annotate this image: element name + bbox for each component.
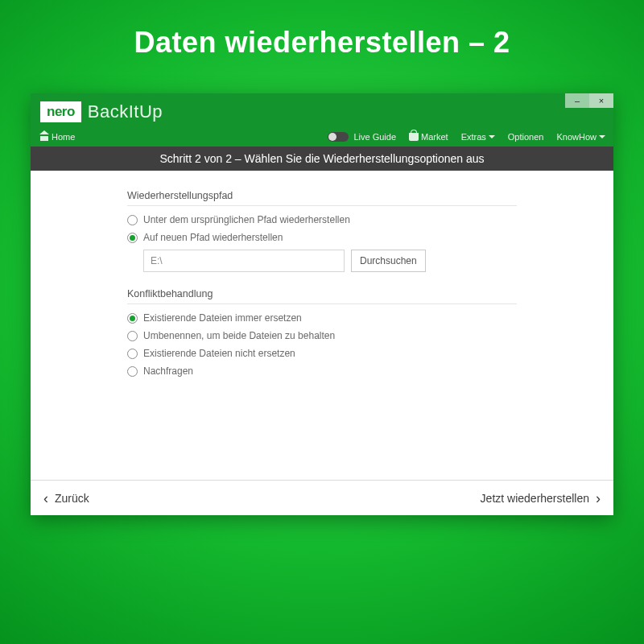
market-label: Market [421, 132, 448, 142]
back-label: Zurück [55, 492, 89, 505]
home-label: Home [52, 132, 75, 142]
back-button[interactable]: ‹ Zurück [43, 491, 89, 506]
radio-restore-new[interactable]: Auf neuen Pfad wiederherstellen [127, 232, 517, 243]
content-area: Wiederherstellungspfad Unter dem ursprün… [31, 171, 613, 480]
chevron-left-icon: ‹ [43, 491, 48, 506]
restore-path-input[interactable] [143, 250, 345, 272]
browse-button[interactable]: Durchsuchen [351, 250, 426, 272]
optionen-label: Optionen [508, 132, 544, 142]
radio-label: Unter dem ursprünglichen Pfad wiederhers… [143, 214, 350, 225]
radio-icon [127, 313, 138, 324]
restore-now-button[interactable]: Jetzt wiederherstellen › [481, 491, 601, 506]
chevron-down-icon [489, 135, 495, 138]
footer: ‹ Zurück Jetzt wiederherstellen › [31, 480, 613, 515]
radio-icon [127, 215, 138, 225]
extras-label: Extras [461, 132, 486, 142]
radio-label: Existierende Dateien nicht ersetzen [143, 348, 295, 359]
brand-logo: nero [40, 101, 81, 122]
app-window: – × nero BackItUp Home Live Guide Market… [31, 93, 613, 515]
product-name: BackItUp [88, 101, 163, 122]
knowhow-menu[interactable]: KnowHow [556, 132, 605, 142]
restore-label: Jetzt wiederherstellen [481, 492, 589, 505]
toggle-icon [328, 132, 349, 142]
path-row: Durchsuchen [143, 250, 517, 272]
home-link[interactable]: Home [40, 132, 75, 142]
live-guide-toggle[interactable]: Live Guide [328, 132, 396, 142]
radio-conflict-rename[interactable]: Umbenennen, um beide Dateien zu behalten [127, 330, 517, 341]
radio-label: Existierende Dateien immer ersetzen [143, 312, 302, 324]
radio-label: Umbenennen, um beide Dateien zu behalten [143, 330, 335, 341]
radio-label: Nachfragen [143, 365, 193, 377]
radio-conflict-replace[interactable]: Existierende Dateien immer ersetzen [127, 312, 517, 324]
radio-conflict-skip[interactable]: Existierende Dateien nicht ersetzen [127, 348, 517, 359]
live-guide-label: Live Guide [353, 132, 396, 142]
radio-conflict-ask[interactable]: Nachfragen [127, 365, 517, 377]
basket-icon [409, 133, 419, 141]
radio-icon [127, 366, 138, 377]
close-button[interactable]: × [589, 93, 613, 108]
conflict-heading: Konfliktbehandlung [127, 288, 517, 304]
radio-icon [127, 331, 138, 341]
chevron-right-icon: › [596, 491, 601, 506]
knowhow-label: KnowHow [556, 132, 597, 142]
extras-menu[interactable]: Extras [461, 132, 495, 142]
page-heading: Daten wiederherstellen – 2 [0, 0, 644, 60]
brand: nero BackItUp [40, 101, 163, 122]
top-menu: Live Guide Market Extras Optionen KnowHo… [328, 132, 605, 142]
minimize-button[interactable]: – [565, 93, 589, 108]
radio-label: Auf neuen Pfad wiederherstellen [143, 232, 283, 243]
titlebar: – × nero BackItUp Home Live Guide Market… [31, 93, 613, 147]
step-bar: Schritt 2 von 2 – Wählen Sie die Wiederh… [31, 147, 613, 171]
radio-restore-original[interactable]: Unter dem ursprünglichen Pfad wiederhers… [127, 214, 517, 225]
market-link[interactable]: Market [409, 132, 448, 142]
restore-path-heading: Wiederherstellungspfad [127, 190, 517, 206]
window-controls: – × [565, 93, 613, 108]
radio-icon [127, 349, 138, 359]
optionen-menu[interactable]: Optionen [508, 132, 544, 142]
chevron-down-icon [599, 135, 605, 138]
home-icon [40, 133, 48, 141]
radio-icon [127, 233, 138, 243]
